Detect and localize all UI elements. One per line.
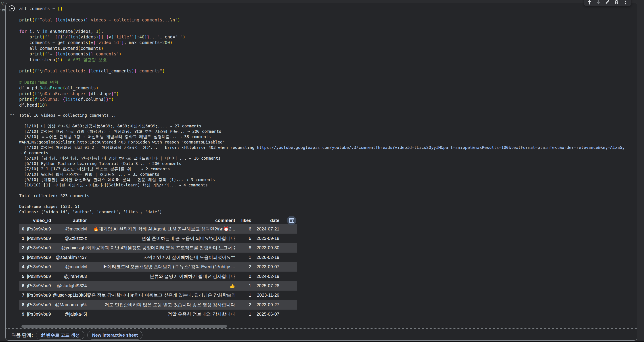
run-cell-button[interactable] <box>9 5 15 12</box>
output-text: [9/10] [개정판] 파이썬 머신러닝 판다스 데이터 분석 - 입문 해설… <box>19 177 215 182</box>
move-cell-down-icon[interactable] <box>595 0 602 5</box>
suggestions-divider <box>6 328 637 329</box>
table-row: 6jPs3n9Vou9c@starlight9324👍12025-07-28 <box>19 281 297 290</box>
table-cell: 1 <box>235 283 251 288</box>
output-text: [6/10] Python Machine Learning Tutorial … <box>19 161 181 166</box>
output-line: [10/10] [1] 파이썬 머신러닝 라이브러리(Scikit-learn)… <box>19 182 637 188</box>
table-row: 2jPs3n9Vou9c@yubiinsight화학공학과 지난 4개월정도 공… <box>19 243 297 253</box>
window-bottom-edge <box>0 341 644 342</box>
table-row: 4jPs3n9Vou9c@mcodeM▶메타코드M 오픈채팅방 초대받기 (IT… <box>19 262 297 272</box>
output-text: [5/10] [딥러닝, 머신러닝, 인공지능] 이 영상 하나로 끝내드립니다… <box>19 156 220 161</box>
table-cell: 면접 준비하는데 큰 도움이 되네요\n감사합니다 <box>87 235 235 241</box>
output-line: [6/10] Python Machine Learning Tutorial … <box>19 161 637 166</box>
table-cell: 2 <box>19 245 27 250</box>
table-cell: 2024-07-21 <box>251 226 279 232</box>
table-cell: 6 <box>19 283 27 288</box>
table-cell: 6 <box>235 226 251 232</box>
table-cell: @yubiinsight <box>51 245 87 250</box>
output-text: [10/10] [1] 파이썬 머신러닝 라이브러리(Scikit-learn)… <box>19 183 208 187</box>
output-area: Total 10 videos — collecting comments...… <box>19 113 637 215</box>
table-cell: @user-op1fz8ft6l <box>51 293 87 298</box>
code-line: for i, v in enumerate(videos, 1): <box>19 29 635 34</box>
generate-code-with-df-button[interactable]: df 변수로 코드 생성 <box>36 330 85 339</box>
output-line: [9/10] [개정판] 파이썬 머신러닝 판다스 데이터 분석 - 입문 해설… <box>19 177 637 182</box>
interactive-table-toggle-button[interactable] <box>287 216 296 225</box>
code-editor[interactable]: all_comments = [] print(f"Total {len(vid… <box>19 6 635 108</box>
output-line <box>19 198 637 204</box>
column-header: author <box>51 218 87 223</box>
code-line: df.head(10) <box>19 102 635 108</box>
dataframe-table: video_idauthorcommentlikesdate 0jPs3n9Vo… <box>19 217 297 319</box>
code-line: print(f" [{i}/{len(videos)}] {v['title']… <box>19 34 635 40</box>
output-line: DataFrame shape: (523, 5) <box>19 204 637 209</box>
table-row: 3jPs3n9Vou9c@soankim7437자막이있어서 잘이해하는데 도움… <box>19 253 297 262</box>
table-cell: 👍 <box>87 283 235 288</box>
table-row: 1jPs3n9Vou9c@Zzkzzz-z면접 준비하는데 큰 도움이 되네요\… <box>19 234 297 243</box>
execution-time: 1초 <box>0 8 5 12</box>
move-cell-up-icon[interactable] <box>586 0 593 5</box>
dataframe-header: video_idauthorcommentlikesdate <box>19 217 297 224</box>
table-cell: 8 <box>235 245 251 250</box>
table-cell: 자막이있어서 잘이해하는데 도움이되었어요^^ <box>87 254 235 260</box>
code-line: print(f"Total {len(videos)} videos — col… <box>19 17 635 23</box>
code-cell: all_comments = [] print(f"Total {len(vid… <box>5 3 637 341</box>
output-line <box>19 118 637 123</box>
table-cell: 정말 유용한 정보네요! 감사합니다 <box>87 311 235 317</box>
output-line: [5/10] [딥러닝, 머신러닝, 인공지능] 이 영상 하나로 끝내드립니다… <box>19 156 637 161</box>
new-interactive-sheet-button[interactable]: New interactive sheet <box>87 330 142 339</box>
edit-cell-icon[interactable] <box>604 0 612 5</box>
column-header: likes <box>235 218 251 223</box>
code-line: all_comments = [] <box>19 6 635 12</box>
table-cell: jPs3n9Vou9c <box>27 245 51 250</box>
output-line: → 0 comments <box>19 150 637 156</box>
table-row: 0jPs3n9Vou9c@mcodeM🔥대기업 AI 현직자와 함께 AI Ag… <box>19 224 297 234</box>
output-text: [1/10] 이 영상 하나면 &#39;인공지능&#39;, &#39;머신러… <box>19 124 202 128</box>
code-line: print(f"→ {len(comments)} comments") <box>19 51 635 57</box>
table-cell: 0 <box>19 226 27 232</box>
column-header: comment <box>87 218 235 223</box>
code-line <box>19 12 635 17</box>
output-collapse-icon[interactable]: ••• <box>10 113 14 117</box>
editor-output-divider <box>6 111 637 111</box>
table-cell: jPs3n9Vou9c <box>27 274 51 279</box>
table-cell: 2023-09-30 <box>251 245 279 250</box>
output-text: [8/10] 딥러닝 쉽게 시작하는 방법 | 조코딩의 ... → 33 co… <box>19 172 160 177</box>
table-cell: 1 <box>235 293 251 298</box>
table-cell: @jirah4963 <box>51 274 87 279</box>
table-cell: 3 <box>19 255 27 260</box>
next-steps-label: 다음 단계: <box>12 332 33 338</box>
code-line <box>19 23 635 28</box>
table-row: 8jPs3n9Vou9c@Mamama-q6k저도 면접준비하며 많은 도움 받… <box>19 300 297 309</box>
table-cell: @mcodeM <box>51 264 87 269</box>
output-line: [8/10] 딥러닝 쉽게 시작하는 방법 | 조코딩의 ... → 33 co… <box>19 172 637 177</box>
output-text: [2/10] 파이썬 코딩 무료 강의 (활용편7) - 머신러닝, 영화 추천… <box>19 129 221 134</box>
output-line: [2/10] 파이썬 코딩 무료 강의 (활용편7) - 머신러닝, 영화 추천… <box>19 129 637 134</box>
table-cell: 4 <box>19 264 27 269</box>
output-text: [7/10] 2.1 [1/3 초간단 머신러닝 텍스트 분류]를 위... →… <box>19 167 170 171</box>
table-cell: 7 <box>19 293 27 298</box>
table-cell: 0 <box>235 274 251 279</box>
output-text: [4/10] 파이썬 머신러닝 강의 01-2 - 머신러닝을 사용하는 이유.… <box>19 145 257 150</box>
table-cell: jPs3n9Vou9c <box>27 236 51 241</box>
code-line: all_comments.extend(comments) <box>19 46 635 51</box>
code-line <box>19 74 635 80</box>
next-steps-bar: 다음 단계: df 변수로 코드 생성 New interactive shee… <box>12 330 142 340</box>
table-cell: 6 <box>235 236 251 241</box>
table-cell: 분류와 설명이 이해하기 쉽네요 감사합니다 <box>87 273 235 279</box>
code-line: # DataFrame 변환 <box>19 80 635 85</box>
horizontal-scrollbar-thumb[interactable] <box>22 325 227 328</box>
more-actions-icon[interactable] <box>622 0 630 5</box>
table-cell: @starlight9324 <box>51 283 87 288</box>
code-line: print(f"Columns: {list(df.columns)}") <box>19 97 635 102</box>
error-url-link[interactable]: https://youtube.googleapis.com/youtube/v… <box>257 145 624 150</box>
table-cell: jPs3n9Vou9c <box>27 302 51 307</box>
output-text: [3/10] ㄹㅇ쉬운 딥러닝 1강 : 머신러닝 개념부터 중학교 레벨로 설… <box>19 134 211 139</box>
delete-cell-icon[interactable] <box>613 0 620 5</box>
table-row: 9jPs3n9Vou9c@jajaka-l5j정말 유용한 정보네요! 감사합니… <box>19 309 297 319</box>
table-cell: 8 <box>19 302 27 307</box>
cell-toolbar <box>584 0 631 6</box>
table-cell: 2 <box>235 264 251 269</box>
code-line: df = pd.DataFrame(all_comments) <box>19 85 635 91</box>
output-line: [1/10] 이 영상 하나면 &#39;인공지능&#39;, &#39;머신러… <box>19 123 637 129</box>
table-cell: @jajaka-l5j <box>51 311 87 317</box>
